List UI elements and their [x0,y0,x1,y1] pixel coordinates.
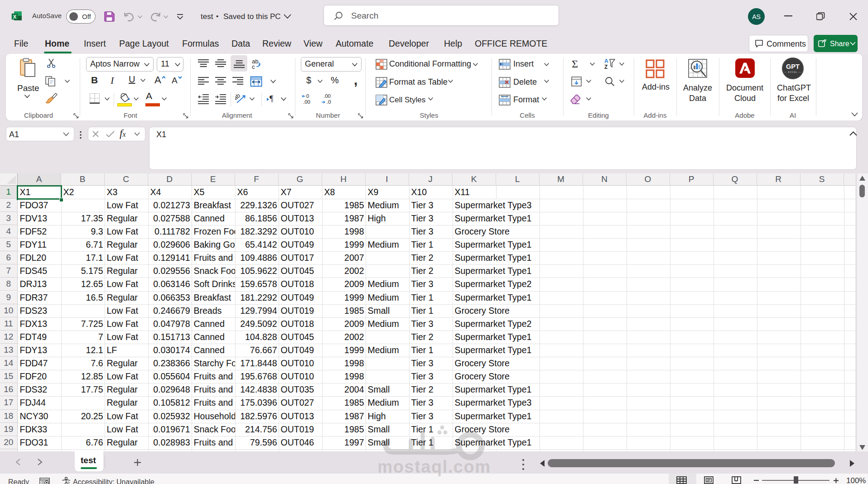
svg-text:X: X [13,14,17,19]
svg-text:.0: .0 [327,99,331,105]
svg-text:¶: ¶ [270,94,273,103]
svg-text:GPT: GPT [786,63,800,70]
svg-text:Z: Z [604,64,608,69]
svg-text:A: A [154,75,161,86]
svg-text:c: c [252,63,255,70]
svg-text:?: ? [67,481,70,484]
svg-text:.00: .00 [303,99,310,105]
svg-text:A: A [172,76,178,85]
svg-text:Σ: Σ [572,59,578,69]
svg-text:mostaql.com: mostaql.com [379,457,490,476]
svg-text:0: 0 [306,93,309,99]
svg-text:— EXCEL —: — EXCEL — [784,71,801,73]
svg-text:.00: .00 [323,93,331,99]
